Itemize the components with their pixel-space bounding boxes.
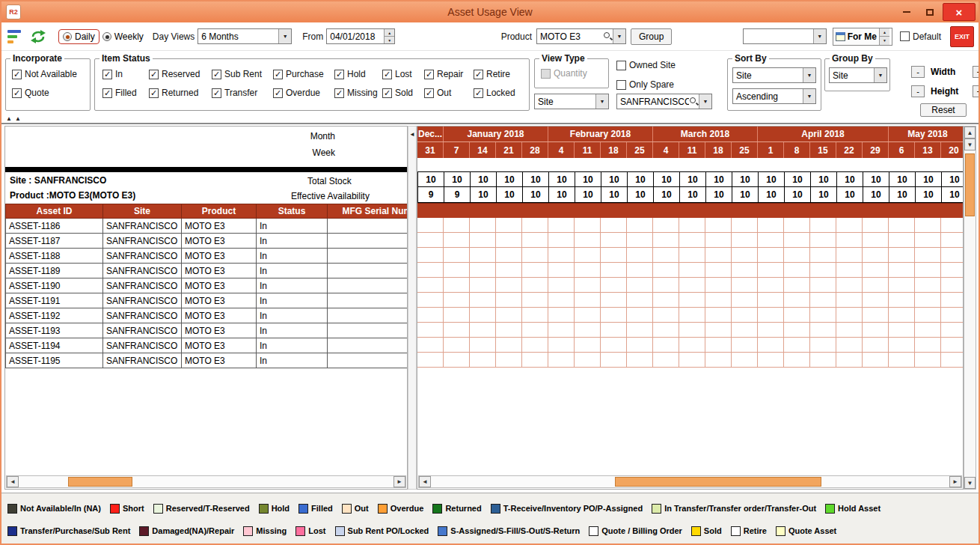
chevron-down-icon[interactable]: ▼: [813, 29, 826, 43]
column-header-mfg-serial-numb[interactable]: MFG Serial Numb: [328, 204, 408, 219]
table-row[interactable]: ASSET-1194SANFRANCISCOMOTO E3In: [6, 338, 408, 353]
site-filter-combo[interactable]: SANFRANCISCO ▼: [616, 94, 712, 109]
weekly-radio[interactable]: Weekly: [102, 31, 144, 42]
status-in-box[interactable]: ✓: [102, 70, 112, 79]
default-checkbox-box[interactable]: [900, 31, 910, 41]
status-returned[interactable]: ✓Returned: [149, 88, 212, 98]
status-out[interactable]: ✓Out: [424, 88, 474, 98]
scrollbar-thumb[interactable]: [68, 477, 132, 487]
table-row[interactable]: ASSET-1191SANFRANCISCOMOTO E3In: [6, 293, 408, 308]
search-icon[interactable]: [603, 31, 613, 41]
product-search-combo[interactable]: MOTO E3 ▼: [536, 28, 626, 44]
status-overdue[interactable]: ✓Overdue: [273, 88, 334, 98]
status-repair[interactable]: ✓Repair: [424, 69, 474, 79]
spinner-up-icon[interactable]: ▲: [880, 28, 889, 37]
scroll-right-icon[interactable]: ►: [949, 476, 961, 487]
from-date-input[interactable]: 04/01/2018 ▲▼: [326, 28, 395, 44]
day-views-select[interactable]: 6 Months ▼: [197, 28, 292, 44]
status-sub-rent[interactable]: ✓Sub Rent: [212, 69, 273, 79]
column-header-status[interactable]: Status: [257, 204, 328, 219]
collapse-up-icon[interactable]: ▲: [15, 116, 21, 122]
status-locked[interactable]: ✓Locked: [474, 88, 518, 98]
default-checkbox[interactable]: Default: [900, 31, 941, 42]
status-retire[interactable]: ✓Retire: [474, 69, 518, 79]
collapse-up-icon[interactable]: ▲: [6, 116, 12, 122]
chevron-down-icon[interactable]: ▼: [595, 94, 608, 109]
scroll-right-icon[interactable]: ►: [393, 476, 405, 487]
splitter-divider[interactable]: ▲ ▲: [1, 118, 979, 124]
status-transfer-box[interactable]: ✓: [212, 88, 221, 98]
right-horizontal-scrollbar[interactable]: ◄ ►: [418, 475, 962, 488]
incorporate-not-available-box[interactable]: ✓: [12, 70, 22, 79]
status-filled-box[interactable]: ✓: [102, 88, 112, 98]
daily-radio-circle[interactable]: [63, 32, 72, 41]
scroll-left-icon[interactable]: ◄: [7, 476, 19, 487]
chevron-down-icon[interactable]: ▼: [803, 89, 815, 103]
status-out-box[interactable]: ✓: [424, 88, 434, 98]
status-missing[interactable]: ✓Missing: [334, 88, 382, 98]
daily-radio[interactable]: Daily: [58, 29, 99, 44]
table-row[interactable]: ASSET-1186SANFRANCISCOMOTO E3In: [6, 219, 408, 234]
sort-levels-icon[interactable]: [7, 30, 24, 43]
maximize-button[interactable]: [919, 4, 940, 20]
status-transfer[interactable]: ✓Transfer: [212, 88, 273, 98]
status-hold[interactable]: ✓Hold: [334, 69, 382, 79]
width-decrease-button[interactable]: -: [911, 66, 925, 78]
owned-site-checkbox[interactable]: Owned Site: [616, 60, 676, 70]
view-type-site-select[interactable]: Site ▼: [534, 94, 609, 109]
spinner-down-icon[interactable]: ▼: [880, 36, 889, 45]
refresh-icon[interactable]: [30, 29, 46, 44]
chevron-down-icon[interactable]: ▼: [699, 94, 711, 109]
table-row[interactable]: ASSET-1192SANFRANCISCOMOTO E3In: [6, 308, 408, 323]
owned-site-checkbox-box[interactable]: [616, 61, 626, 70]
reset-button[interactable]: Reset: [920, 103, 967, 117]
table-row[interactable]: ASSET-1190SANFRANCISCOMOTO E3In: [6, 278, 408, 293]
group-field-select[interactable]: Site ▼: [829, 67, 887, 83]
chevron-down-icon[interactable]: ▼: [874, 68, 886, 82]
table-row[interactable]: ASSET-1189SANFRANCISCOMOTO E3In: [6, 264, 408, 278]
for-me-button[interactable]: For Me ▲▼: [833, 28, 892, 46]
only-spare-checkbox-box[interactable]: [616, 80, 626, 90]
for-me-spinner[interactable]: ▲▼: [879, 28, 889, 45]
status-locked-box[interactable]: ✓: [474, 88, 483, 98]
status-in[interactable]: ✓In: [102, 69, 149, 79]
incorporate-quote-box[interactable]: ✓: [12, 88, 22, 98]
chevron-down-icon[interactable]: ▼: [613, 29, 625, 43]
height-decrease-button[interactable]: -: [911, 85, 925, 97]
status-purchase-box[interactable]: ✓: [273, 70, 283, 79]
only-spare-checkbox[interactable]: Only Spare: [616, 79, 674, 90]
table-row[interactable]: ASSET-1187SANFRANCISCOMOTO E3In: [6, 234, 408, 249]
table-row[interactable]: ASSET-1195SANFRANCISCOMOTO E3In: [6, 353, 408, 368]
table-row[interactable]: ASSET-1188SANFRANCISCOMOTO E3In: [6, 249, 408, 264]
preset-select[interactable]: ▼: [743, 28, 827, 44]
scroll-down-icon[interactable]: ▼: [964, 477, 976, 489]
exit-button[interactable]: EXIT: [950, 26, 974, 47]
chevron-down-icon[interactable]: ▼: [803, 68, 815, 82]
sort-field-select[interactable]: Site ▼: [732, 67, 816, 83]
status-sold[interactable]: ✓Sold: [382, 88, 424, 98]
status-missing-box[interactable]: ✓: [334, 88, 344, 98]
close-button[interactable]: ×: [943, 3, 976, 21]
quantity-checkbox-box[interactable]: [541, 69, 551, 79]
scrollbar-thumb[interactable]: [615, 477, 821, 487]
left-horizontal-scrollbar[interactable]: ◄ ►: [6, 475, 406, 488]
sort-order-select[interactable]: Ascending ▼: [732, 88, 816, 104]
table-row[interactable]: ASSET-1193SANFRANCISCOMOTO E3In: [6, 323, 408, 338]
status-reserved[interactable]: ✓Reserved: [149, 69, 212, 79]
status-repair-box[interactable]: ✓: [424, 70, 434, 79]
column-header-site[interactable]: Site: [103, 204, 182, 219]
status-lost[interactable]: ✓Lost: [382, 69, 424, 79]
scroll-down-icon[interactable]: ▼: [964, 138, 976, 150]
incorporate-quote[interactable]: ✓Quote: [12, 88, 90, 98]
collapse-left-icon[interactable]: ◄: [409, 131, 415, 138]
status-hold-box[interactable]: ✓: [334, 70, 344, 79]
column-header-product[interactable]: Product: [182, 204, 257, 219]
status-filled[interactable]: ✓Filled: [102, 88, 149, 98]
scroll-left-icon[interactable]: ◄: [419, 476, 431, 487]
status-sold-box[interactable]: ✓: [382, 88, 392, 98]
height-increase-button[interactable]: +: [973, 85, 980, 97]
date-spinner[interactable]: ▲▼: [384, 29, 394, 43]
status-purchase[interactable]: ✓Purchase: [273, 69, 334, 79]
vertical-scrollbar[interactable]: ▲ ▼ ▼: [964, 126, 976, 490]
width-increase-button[interactable]: +: [973, 66, 980, 78]
